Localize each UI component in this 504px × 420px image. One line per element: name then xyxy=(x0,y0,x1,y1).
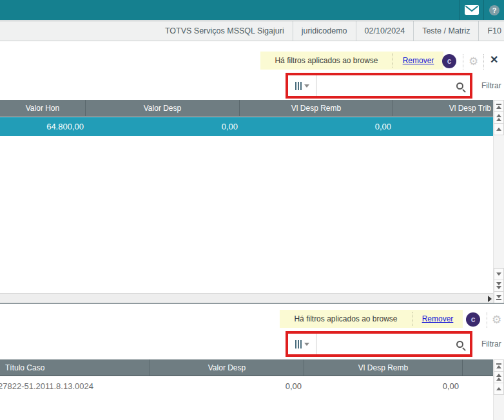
page-up-button[interactable] xyxy=(494,111,504,124)
column-picker-button[interactable] xyxy=(288,334,316,354)
column-picker-button[interactable] xyxy=(288,75,316,96)
search-input[interactable] xyxy=(316,334,449,354)
status-user: juridicodemo xyxy=(293,21,356,41)
grid1-col-vl-desp-remb[interactable]: Vl Desp Remb xyxy=(240,100,393,116)
toolbar-divider xyxy=(463,54,463,70)
search-icon xyxy=(456,82,463,90)
search-button[interactable] xyxy=(449,334,470,354)
scroll-down-button[interactable] xyxy=(494,268,504,280)
status-fkey: F10 xyxy=(478,21,504,41)
columns-icon xyxy=(295,82,302,90)
grid1-col-valor-hon[interactable]: Valor Hon xyxy=(0,100,86,116)
scrollbar-track[interactable] xyxy=(494,135,504,269)
scrollbar-track[interactable] xyxy=(494,395,504,420)
scroll-right-icon[interactable] xyxy=(488,296,492,302)
page-down-button[interactable] xyxy=(494,280,504,292)
filtrar-label[interactable]: Filtrar xyxy=(481,81,501,90)
scroll-to-top-button[interactable] xyxy=(494,100,504,112)
totvs-window: ? TOTVS Serviços MSSQL Sigajuri juridico… xyxy=(0,0,504,420)
status-branch: Teste / Matriz xyxy=(413,21,478,41)
assistant-icon: c xyxy=(471,315,476,324)
grid1-vertical-scrollbar[interactable] xyxy=(493,100,504,303)
cell-valor-desp: 0,00 xyxy=(86,117,240,136)
panel-divider xyxy=(0,303,504,304)
filter-notice-text: Há filtros aplicados ao browse xyxy=(260,52,393,70)
page-up-button[interactable] xyxy=(494,371,504,383)
top-app-bar: ? xyxy=(0,0,504,20)
grid2-col-vl-desp-remb[interactable]: Vl Desp Remb xyxy=(304,359,463,376)
scroll-to-top-button[interactable] xyxy=(494,359,504,372)
settings-gear-icon[interactable]: ⚙ xyxy=(492,314,501,325)
cell-valor-desp: 0,00 xyxy=(148,377,304,396)
search-button[interactable] xyxy=(449,75,470,96)
cell-vl-desp-remb: 0,00 xyxy=(240,117,393,136)
search-box-highlighted xyxy=(286,73,472,99)
filter-notice-text: Há filtros aplicados ao browse xyxy=(280,310,412,328)
columns-icon xyxy=(295,340,302,348)
assistant-icon: c xyxy=(447,57,452,66)
help-icon: ? xyxy=(489,5,499,15)
close-icon[interactable]: ✕ xyxy=(490,55,498,65)
cell-valor-hon: 64.800,00 xyxy=(0,117,86,136)
grid2-col-empty[interactable] xyxy=(463,359,493,376)
status-date: 02/10/2024 xyxy=(356,21,414,41)
filter-notice: Há filtros aplicados ao browse Remover xyxy=(260,52,443,70)
grid2-header: Título Caso Valor Desp Vl Desp Remb xyxy=(0,359,493,376)
topbar-separator xyxy=(483,0,484,20)
assistant-badge[interactable]: c xyxy=(442,54,456,68)
grid1-horizontal-scrollbar[interactable] xyxy=(0,293,493,303)
filtrar-label[interactable]: Filtrar xyxy=(481,339,501,348)
mail-button[interactable] xyxy=(460,0,483,20)
grid1-selected-row[interactable]: 64.800,00 0,00 0,00 xyxy=(0,117,493,136)
help-button[interactable]: ? xyxy=(485,0,504,20)
grid2-col-valor-desp[interactable]: Valor Desp xyxy=(150,359,304,376)
grid2-vertical-scrollbar[interactable] xyxy=(493,359,504,420)
grid1-col-vl-desp-trib[interactable]: Vl Desp Trib xyxy=(393,100,493,116)
cell-vl-desp-remb: 0,00 xyxy=(304,377,463,396)
scroll-up-button[interactable] xyxy=(494,123,504,135)
assistant-badge[interactable]: c xyxy=(466,312,480,327)
scroll-to-bottom-button[interactable] xyxy=(494,291,504,303)
search-input[interactable] xyxy=(316,75,449,96)
grid1-header: Valor Hon Valor Desp Vl Desp Remb Vl Des… xyxy=(0,100,493,117)
toolbar-divider xyxy=(487,312,487,328)
cell-titulo-caso: 27822-51.2011.8.13.0024 xyxy=(0,377,148,396)
toolbar-divider xyxy=(483,54,484,70)
remove-filter-link[interactable]: Remover xyxy=(412,310,463,328)
envelope-icon xyxy=(465,5,479,15)
remove-filter-link[interactable]: Remover xyxy=(393,52,443,70)
settings-gear-icon[interactable]: ⚙ xyxy=(469,56,478,67)
chevron-down-icon xyxy=(304,343,309,346)
filter-notice-2: Há filtros aplicados ao browse Remover xyxy=(280,310,463,328)
chevron-down-icon xyxy=(304,84,309,88)
grid2-row[interactable]: 27822-51.2011.8.13.0024 0,00 0,00 xyxy=(0,377,493,396)
cell-vl-desp-trib xyxy=(393,117,493,136)
status-bar: TOTVS Serviços MSSQL Sigajuri juridicode… xyxy=(0,21,504,41)
search-icon xyxy=(456,341,463,348)
search-box-highlighted-2 xyxy=(286,331,472,357)
grid2-col-titulo-caso[interactable]: Título Caso xyxy=(0,359,150,376)
grid1-col-valor-desp[interactable]: Valor Desp xyxy=(86,100,240,116)
status-environment: TOTVS Serviços MSSQL Sigajuri xyxy=(157,21,293,41)
scroll-up-button[interactable] xyxy=(494,383,504,395)
